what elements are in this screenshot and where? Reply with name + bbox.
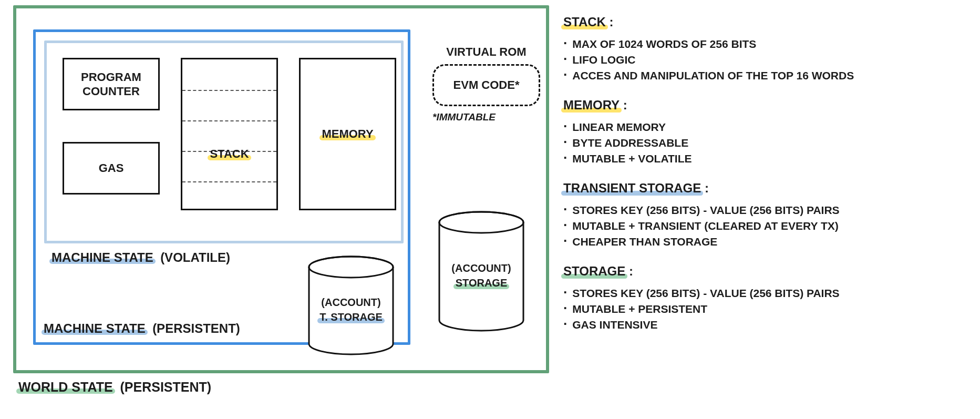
storage-cylinder: (ACCOUNT) STORAGE — [437, 211, 526, 332]
list-item: STORES KEY (256 BITS) - VALUE (256 BITS)… — [563, 204, 968, 217]
virtual-rom-group: VIRTUAL ROM EVM CODE* *IMMUTABLE — [432, 45, 540, 123]
key-tstorage-heading: TRANSIENT STORAGE : — [563, 181, 709, 196]
key-stack-title: STACK — [563, 15, 606, 29]
list-item: MUTABLE + VOLATILE — [563, 152, 968, 165]
world-state-text: WORLD STATE — [18, 380, 113, 395]
key-stack-heading: STACK : — [563, 15, 614, 29]
transient-storage-cylinder: (ACCOUNT) T. STORAGE — [306, 256, 396, 355]
list-item: ACCES AND MANIPULATION OF THE TOP 16 WOR… — [563, 69, 968, 82]
volatile-note: (VOLATILE) — [160, 250, 230, 264]
memory-label: MEMORY — [322, 127, 373, 141]
program-counter-box: PROGRAM COUNTER — [63, 58, 160, 110]
evm-code-box: EVM CODE* — [432, 64, 540, 106]
program-counter-label: PROGRAM COUNTER — [64, 70, 158, 99]
list-item: GAS INTENSIVE — [563, 319, 968, 331]
list-item: CHEAPER THAN STORAGE — [563, 236, 968, 248]
list-item: MUTABLE + PERSISTENT — [563, 303, 968, 315]
key-memory-title: MEMORY — [563, 98, 620, 113]
stack-label: STACK — [210, 147, 249, 161]
machine-state-volatile-box: PROGRAM COUNTER GAS STACK MEMORY — [44, 40, 404, 243]
diagram: PROGRAM COUNTER GAS STACK MEMORY — [13, 5, 549, 415]
list-item: LIFO LOGIC — [563, 54, 968, 66]
immutable-note: *IMMUTABLE — [432, 111, 540, 123]
key-tstorage-title: TRANSIENT STORAGE — [563, 181, 701, 196]
list-item: STORES KEY (256 BITS) - VALUE (256 BITS)… — [563, 287, 968, 300]
key-storage-title: STORAGE — [563, 264, 625, 279]
memory-box: MEMORY — [299, 58, 396, 210]
machine-state-persistent-label: MACHINE STATE (PERSISTENT) — [44, 321, 240, 336]
gas-box: GAS — [63, 142, 160, 195]
list-item: MUTABLE + TRANSIENT (CLEARED AT EVERY TX… — [563, 220, 968, 232]
machine-state-text: MACHINE STATE — [44, 321, 146, 336]
evm-code-label: EVM CODE* — [453, 78, 520, 92]
legend: STACK : MAX OF 1024 WORDS OF 256 BITS LI… — [563, 15, 968, 347]
key-memory-heading: MEMORY : — [563, 98, 627, 113]
virtual-rom-title: VIRTUAL ROM — [432, 45, 540, 59]
stack-box: STACK — [181, 58, 278, 210]
list-item: LINEAR MEMORY — [563, 121, 968, 134]
world-state-note: (PERSISTENT) — [120, 380, 212, 394]
stack-cell — [182, 181, 276, 182]
stack-cell — [182, 90, 276, 91]
key-tstorage-list: STORES KEY (256 BITS) - VALUE (256 BITS)… — [563, 204, 968, 248]
storage-label: STORAGE — [456, 275, 508, 290]
key-storage-list: STORES KEY (256 BITS) - VALUE (256 BITS)… — [563, 287, 968, 331]
list-item: BYTE ADDRESSABLE — [563, 137, 968, 149]
world-state-label: WORLD STATE (PERSISTENT) — [18, 380, 211, 395]
gas-label: GAS — [99, 161, 124, 176]
machine-state-volatile-label: MACHINE STATE (VOLATILE) — [51, 250, 230, 265]
tstorage-account-label: (ACCOUNT) — [306, 295, 396, 310]
persistent-note: (PERSISTENT) — [152, 321, 240, 335]
list-item: MAX OF 1024 WORDS OF 256 BITS — [563, 38, 968, 50]
key-stack-list: MAX OF 1024 WORDS OF 256 BITS LIFO LOGIC… — [563, 38, 968, 82]
key-memory-list: LINEAR MEMORY BYTE ADDRESSABLE MUTABLE +… — [563, 121, 968, 165]
world-state-box: PROGRAM COUNTER GAS STACK MEMORY — [13, 5, 549, 373]
tstorage-label: T. STORAGE — [319, 310, 383, 324]
machine-state-text: MACHINE STATE — [51, 250, 153, 265]
machine-state-persistent-box: PROGRAM COUNTER GAS STACK MEMORY — [33, 29, 410, 345]
stack-cell — [182, 120, 276, 121]
key-storage-heading: STORAGE : — [563, 264, 633, 279]
storage-account-label: (ACCOUNT) — [437, 261, 526, 275]
